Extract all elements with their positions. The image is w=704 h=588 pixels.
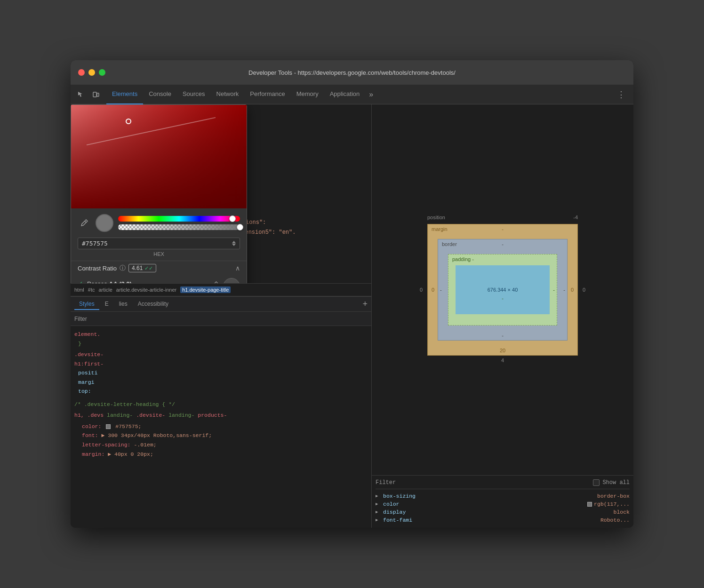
margin-left-value: 0 <box>432 287 434 293</box>
margin-top-value: - <box>502 226 504 232</box>
filter-label: Filter <box>74 316 87 322</box>
breadcrumb: html #tc article article.devsite-article… <box>71 283 371 296</box>
position-label: position <box>427 215 445 220</box>
box-model-section: position -4 margin - 0 20 0 <box>372 104 633 475</box>
more-tabs-button[interactable]: » <box>365 85 377 104</box>
main-content: <!DOCTY <html l ▶ <head ▼ <body ▼ <box>71 104 633 528</box>
computed-prop-row: ▶ box-sizing border-box <box>376 492 630 500</box>
computed-prop-value: block <box>613 509 630 515</box>
contrast-ratio-value: 4.61 <box>132 265 143 271</box>
tab-console[interactable]: Console <box>143 85 177 104</box>
styles-content: element. } .devsite- h1:first- positi <box>71 326 371 458</box>
filter-input[interactable] <box>91 316 368 322</box>
color-sliders <box>118 216 240 230</box>
current-color-swatch <box>96 214 113 232</box>
box-model-container: position -4 margin - 0 20 0 <box>372 104 633 475</box>
html-view: <!DOCTY <html l ▶ <head ▼ <body ▼ <box>71 104 371 283</box>
hex-value[interactable]: #757575 <box>82 240 228 247</box>
css-prop-letter: letter-spacing: -.01em; <box>74 440 368 450</box>
contrast-eyedropper-button[interactable] <box>208 278 221 283</box>
contrast-check-icon: ✓✓ <box>144 265 153 271</box>
tab-network[interactable]: Network <box>211 85 245 104</box>
css-prop-font: font: ▶ 300 34px/40px Roboto,sans-serif; <box>74 431 368 440</box>
right-panel: position -4 margin - 0 20 0 <box>372 104 633 528</box>
computed-prop-value-color: rgb(117,... <box>594 501 630 507</box>
css-rule-block: /* .devsite-letter-heading { */ <box>74 400 368 409</box>
hex-input-wrap: #757575 <box>78 238 240 249</box>
devtools-window: Developer Tools - https://developers.goo… <box>71 60 633 528</box>
computed-filter-label: Filter <box>376 479 396 486</box>
computed-prop-name[interactable]: box-sizing <box>383 493 416 499</box>
computed-prop-name[interactable]: font-fami <box>383 517 412 523</box>
computed-color-value: rgb(117,... <box>587 501 630 507</box>
check-aa-icon: ✓ <box>78 280 83 283</box>
border-bottom-value: - <box>502 333 504 338</box>
add-style-rule-button[interactable]: + <box>362 299 368 309</box>
computed-prop-row: ▶ color rgb(117,... <box>376 500 630 508</box>
computed-prop-name[interactable]: color <box>383 501 400 507</box>
color-cursor[interactable] <box>126 119 131 124</box>
svg-rect-1 <box>97 93 99 96</box>
contrast-preview-button[interactable]: Aa <box>223 278 240 283</box>
tab-event-listeners[interactable]: E <box>100 299 113 310</box>
hue-slider[interactable] <box>118 216 240 222</box>
breadcrumb-tc[interactable]: #tc <box>88 287 95 293</box>
tab-memory[interactable]: Memory <box>291 85 324 104</box>
tab-elements[interactable]: Elements <box>106 85 143 104</box>
breadcrumb-article[interactable]: article <box>98 287 112 293</box>
contrast-ratio-label: Contrast Ratio <box>78 265 117 272</box>
close-button[interactable] <box>78 69 85 76</box>
contrast-ratio-badge: 4.61 ✓✓ <box>128 264 156 272</box>
styles-panel: Styles E lies Accessibility + Filter ele… <box>71 296 371 458</box>
show-all-checkbox[interactable] <box>593 479 600 486</box>
color-picker: #757575 HEX Contrast Ratio ⓘ <box>71 104 247 283</box>
css-prop-margi: margi <box>74 378 368 387</box>
css-prop-positi: positi <box>74 368 368 378</box>
computed-prop-value: Roboto... <box>600 517 630 523</box>
tab-styles[interactable]: Styles <box>74 299 99 310</box>
color-picker-controls <box>71 208 247 238</box>
left-panel: <!DOCTY <html l ▶ <head ▼ <body ▼ <box>71 104 372 528</box>
tab-properties[interactable]: lies <box>114 299 132 310</box>
contrast-pass-aa: ✓ Passes AA (3.0) <box>78 280 204 283</box>
border-label: border <box>442 241 457 247</box>
computed-prop-row: ▶ display block <box>376 508 630 516</box>
color-gradient-overlay <box>71 105 247 208</box>
breadcrumb-html[interactable]: html <box>74 287 84 293</box>
tab-accessibility[interactable]: Accessibility <box>133 299 173 310</box>
hex-decrement-button[interactable] <box>232 244 236 246</box>
breadcrumb-article-inner[interactable]: article.devsite-article-inner <box>116 287 176 293</box>
tab-performance[interactable]: Performance <box>244 85 290 104</box>
css-rule-devsite: .devsite- <box>74 350 368 359</box>
css-rule-line: } <box>74 339 368 349</box>
maximize-button[interactable] <box>99 69 105 76</box>
tab-sources[interactable]: Sources <box>177 85 211 104</box>
alpha-thumb[interactable] <box>237 224 243 230</box>
color-gradient-canvas[interactable] <box>71 105 247 208</box>
contrast-expand-button[interactable]: ∧ <box>235 264 240 272</box>
position-value: -4 <box>573 215 578 220</box>
contrast-passes: ✓ Passes AA (3.0) ✓ Passes AAA (4.5) <box>78 272 240 283</box>
computed-prop-name[interactable]: display <box>383 509 406 515</box>
padding-right-value: - <box>553 287 555 293</box>
box-model: position -4 margin - 0 20 0 <box>427 224 578 356</box>
tab-application[interactable]: Application <box>324 85 366 104</box>
content-box: 676.344 × 40 <box>456 265 550 314</box>
border-top-value: - <box>502 241 504 247</box>
tab-overflow-area: ⋮ <box>615 88 633 101</box>
show-all-label: Show all <box>602 479 630 486</box>
contrast-pass-list: ✓ Passes AA (3.0) ✓ Passes AAA (4.5) <box>78 276 204 283</box>
hex-increment-button[interactable] <box>232 241 236 243</box>
color-swatch-inline[interactable] <box>106 424 111 429</box>
alpha-slider[interactable] <box>118 224 240 230</box>
styles-toolbar: + <box>362 299 368 309</box>
eyedropper-button[interactable] <box>78 216 91 230</box>
inspect-element-icon[interactable] <box>74 88 88 101</box>
border-left-value: - <box>440 287 442 293</box>
hue-thumb[interactable] <box>229 215 236 222</box>
breadcrumb-h1[interactable]: h1.devsite-page-title <box>180 286 231 293</box>
devtools-menu-button[interactable]: ⋮ <box>615 88 628 101</box>
minimize-button[interactable] <box>88 69 95 76</box>
device-toolbar-icon[interactable] <box>89 88 103 101</box>
contrast-pass-row: ✓ Passes AA (3.0) ✓ Passes AAA (4.5) <box>78 276 240 283</box>
